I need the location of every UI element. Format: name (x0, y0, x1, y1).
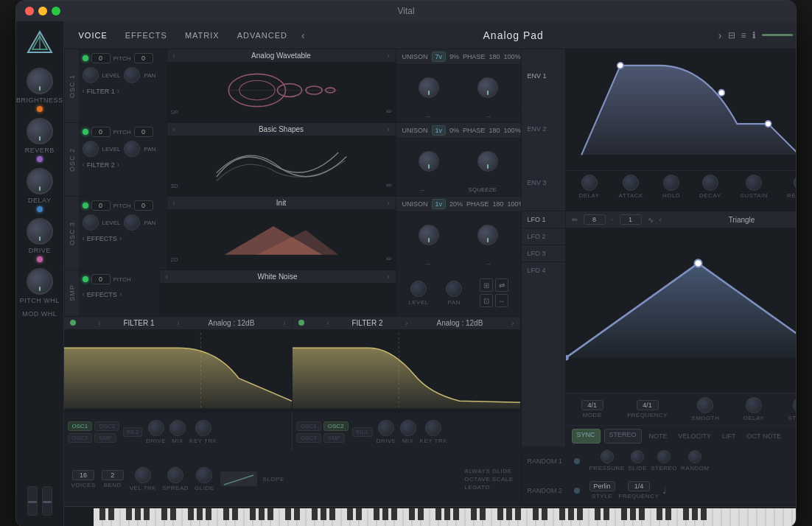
pitch-whl-knob[interactable] (27, 268, 53, 295)
nav-less-button[interactable]: ‹ (298, 29, 309, 41)
lfo-wave-prev[interactable]: ‹ (659, 216, 662, 224)
osc3-unison-val[interactable]: 1v (432, 199, 447, 209)
f2-osc2-chip[interactable]: OSC2 (323, 421, 349, 431)
fader-right[interactable] (42, 486, 52, 516)
menu-icon[interactable]: ≡ (741, 30, 746, 41)
f2-keytrk-knob[interactable] (425, 420, 441, 436)
filter2-led[interactable] (298, 320, 304, 326)
tab-matrix[interactable]: MATRIX (178, 28, 227, 43)
smp-icon1[interactable]: ⊞ (480, 278, 493, 292)
osc2-phase-knob[interactable] (477, 151, 498, 172)
osc1-filter-prev[interactable]: ‹ (83, 87, 85, 95)
filter2-type[interactable]: Analog : 12dB (437, 319, 483, 327)
env-hold-knob[interactable] (663, 175, 679, 191)
osc2-phase-val[interactable]: 180 (489, 127, 500, 134)
random1-led[interactable] (574, 458, 580, 464)
f2-osc1-chip[interactable]: OSC1 (296, 421, 321, 431)
osc2-level-knob[interactable] (83, 141, 99, 157)
tab-voice[interactable]: VOICE (71, 28, 115, 43)
voices-val[interactable]: 16 (72, 470, 94, 480)
env-delay-knob[interactable] (581, 175, 598, 191)
save-icon[interactable]: ⊟ (728, 30, 735, 41)
lfo1-label-item[interactable]: LFO 1 (522, 211, 565, 228)
lfo-smooth-knob[interactable] (697, 397, 713, 413)
lfo-curve-icon[interactable]: ∿ (648, 216, 654, 224)
f2-drive-knob[interactable] (378, 420, 394, 436)
filter2-next[interactable]: › (405, 319, 407, 327)
lfo-sync-val[interactable]: 4/1 (581, 400, 603, 410)
random2-style-val[interactable]: Perlin (589, 481, 615, 491)
filter1-type-next[interactable]: › (283, 319, 285, 327)
osc3-unison-knob[interactable] (419, 225, 439, 245)
lfo-stereo-knob[interactable] (793, 397, 797, 413)
osc2-pitch2-val[interactable]: 0 (134, 127, 153, 137)
osc3-filter-prev[interactable]: ‹ (83, 234, 85, 242)
osc1-pitch-val[interactable]: 0 (91, 53, 111, 63)
f2-mix-knob[interactable] (400, 420, 416, 436)
lfo-rate-den[interactable]: 1 (620, 214, 642, 225)
maximize-button[interactable] (52, 7, 60, 15)
smp-icon4[interactable]: ↔ (495, 294, 508, 307)
osc2-filter-next[interactable]: › (117, 161, 119, 169)
f1-fil2-chip[interactable]: FIL2 (123, 427, 142, 437)
r1-stereo-knob[interactable] (657, 450, 671, 463)
osc1-edit-icon[interactable]: ✏ (386, 108, 392, 116)
osc3-wt-next[interactable]: › (387, 199, 389, 207)
osc3-led[interactable] (83, 203, 88, 208)
r1-pressure-knob[interactable] (601, 450, 614, 463)
smp-wavetable[interactable]: ‹ White Noise › (160, 270, 396, 316)
random2-freq-val[interactable]: 1/4 (628, 481, 650, 491)
lfo-edit-icon[interactable]: ✏ (572, 216, 578, 224)
osc3-phase-val[interactable]: 180 (493, 200, 504, 208)
env2-label-item[interactable]: ENV 2 (522, 102, 565, 155)
osc1-unison-pct[interactable]: 9% (449, 53, 459, 60)
osc3-pitch2-val[interactable]: 0 (134, 200, 153, 211)
env-sustain-knob[interactable] (746, 175, 762, 191)
filter2-curve[interactable] (293, 330, 520, 411)
legato[interactable]: LEGATO (464, 484, 513, 491)
osc2-pitch-val[interactable]: 0 (91, 127, 111, 137)
bend-val[interactable]: 2 (102, 470, 124, 480)
reverb-knob[interactable] (27, 118, 53, 144)
f1-drive-knob[interactable] (148, 420, 164, 436)
osc2-filter-prev[interactable]: ‹ (83, 161, 85, 169)
osc3-filter-next[interactable]: › (119, 234, 122, 242)
filter1-curve[interactable] (64, 330, 292, 411)
lfo-wave-area[interactable] (566, 228, 797, 393)
f1-mix-knob[interactable] (169, 420, 186, 436)
lfo-stereo-btn[interactable]: STEREO (604, 429, 642, 443)
osc2-wavetable[interactable]: ‹ Basic Shapes › (167, 123, 396, 196)
osc1-unison-val[interactable]: 7v (432, 52, 447, 62)
osc1-filter-next[interactable]: › (117, 87, 119, 95)
osc3-unison-pct[interactable]: 20% (449, 200, 463, 208)
minimize-button[interactable] (38, 7, 47, 15)
smp-led[interactable] (83, 276, 88, 282)
f1-osc1-chip[interactable]: OSC1 (68, 421, 93, 431)
osc2-pan-knob[interactable] (124, 141, 140, 157)
env-decay-knob[interactable] (702, 175, 718, 191)
glide-knob[interactable] (196, 467, 212, 483)
smp-pan-knob[interactable] (446, 281, 462, 297)
f1-keytrk-knob[interactable] (195, 420, 211, 436)
osc3-wavetable[interactable]: ‹ Init › 2D ✏ (167, 197, 396, 270)
smp-icon2[interactable]: ⇄ (495, 278, 508, 292)
osc2-phase-pct[interactable]: 100% (504, 127, 521, 134)
osc1-led[interactable] (83, 55, 88, 61)
filter1-type[interactable]: Analog : 12dB (209, 319, 255, 327)
osc3-edit-icon[interactable]: ✏ (386, 255, 392, 263)
osc2-wt-next[interactable]: › (387, 125, 389, 133)
fader-left[interactable] (27, 486, 38, 516)
tab-advanced[interactable]: ADVANCED (230, 28, 295, 43)
f2-smp-chip[interactable]: SMP (323, 433, 345, 443)
f1-osc2-chip[interactable]: OSC2 (94, 421, 119, 431)
filter1-next[interactable]: › (177, 319, 179, 327)
smp-filter-next[interactable]: › (119, 290, 122, 298)
filter1-led[interactable] (70, 320, 76, 326)
osc1-unison-knob[interactable] (419, 77, 439, 98)
slope-display[interactable] (220, 471, 257, 486)
osc1-pan-knob[interactable] (124, 67, 140, 83)
osc1-phase-val[interactable]: 180 (489, 53, 500, 60)
osc3-phase-knob[interactable] (477, 225, 498, 245)
smp-wt-next[interactable]: › (387, 273, 389, 281)
r1-random-knob[interactable] (688, 450, 701, 463)
